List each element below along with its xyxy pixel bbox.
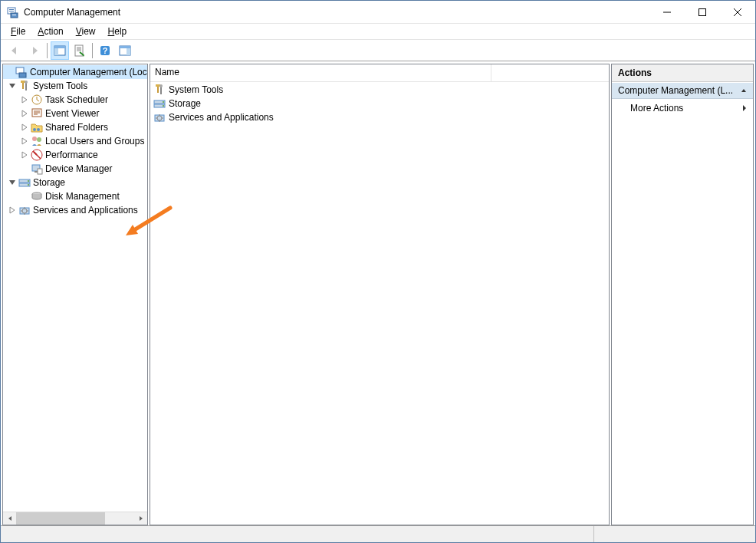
- tree-label: Storage: [33, 177, 65, 188]
- tree-label: Performance: [45, 150, 98, 160]
- forward-button[interactable]: [25, 41, 44, 60]
- window-title: Computer Management: [24, 7, 649, 18]
- expand-icon[interactable]: [18, 94, 31, 106]
- scroll-left-button[interactable]: [3, 512, 16, 525]
- expand-icon[interactable]: [6, 204, 18, 216]
- tree-event-viewer[interactable]: Event Viewer: [3, 107, 147, 120]
- svg-rect-1: [9, 9, 14, 10]
- tree-task-scheduler[interactable]: Task Scheduler: [3, 93, 147, 107]
- actions-more-actions[interactable]: More Actions: [612, 99, 753, 117]
- expand-icon[interactable]: [3, 66, 15, 78]
- svg-point-43: [163, 105, 164, 107]
- menu-action[interactable]: Action: [31, 25, 69, 38]
- submenu-icon: [742, 104, 747, 112]
- svg-point-32: [28, 180, 29, 182]
- svg-point-33: [28, 184, 29, 186]
- actions-header: Actions: [612, 64, 753, 82]
- list-item-system-tools[interactable]: System Tools: [150, 83, 609, 97]
- status-cell: [1, 526, 594, 542]
- tree-local-users[interactable]: Local Users and Groups: [3, 134, 147, 148]
- list-pane: Name System Tools Storage: [150, 64, 610, 525]
- list-header: Name: [150, 64, 609, 82]
- svg-text:?: ?: [103, 46, 108, 55]
- svg-point-22: [33, 128, 36, 131]
- svg-rect-5: [699, 9, 706, 16]
- toolbar-separator: [92, 43, 93, 58]
- column-header-blank[interactable]: [491, 64, 609, 81]
- svg-point-39: [159, 84, 163, 87]
- svg-rect-2: [9, 11, 14, 12]
- help-button[interactable]: ?: [96, 41, 114, 60]
- expand-icon[interactable]: [18, 149, 31, 161]
- tree-performance[interactable]: Performance: [3, 148, 147, 162]
- back-button[interactable]: [5, 41, 24, 60]
- tree-root[interactable]: Computer Management (Local): [3, 65, 147, 79]
- expand-icon[interactable]: [18, 107, 31, 120]
- collapse-icon[interactable]: [6, 176, 18, 189]
- tree-system-tools[interactable]: System Tools: [3, 79, 147, 93]
- menubar: File Action View Help: [1, 24, 755, 40]
- actions-section-label: Computer Management (L...: [618, 85, 733, 96]
- svg-rect-28: [35, 171, 38, 173]
- scroll-right-button[interactable]: [134, 512, 147, 525]
- collapse-icon[interactable]: [6, 80, 18, 92]
- tree-shared-folders[interactable]: Shared Folders: [3, 120, 147, 134]
- menu-help[interactable]: Help: [102, 25, 133, 38]
- actions-section[interactable]: Computer Management (L...: [612, 82, 753, 99]
- list-item-storage[interactable]: Storage: [150, 97, 609, 110]
- device-manager-icon: [31, 163, 43, 175]
- list-item-label: Services and Applications: [169, 112, 274, 123]
- tree-label: Event Viewer: [45, 108, 99, 119]
- tree-label: Device Manager: [45, 163, 112, 174]
- list-item-label: System Tools: [169, 84, 223, 95]
- show-hide-action-pane-button[interactable]: [116, 41, 134, 60]
- close-button[interactable]: [720, 1, 755, 24]
- system-tools-icon: [153, 84, 166, 96]
- shared-folders-icon: [31, 121, 43, 133]
- column-header-name[interactable]: Name: [150, 64, 491, 81]
- expand-icon[interactable]: [18, 135, 31, 147]
- menu-file[interactable]: File: [5, 25, 31, 38]
- tree-label: Shared Folders: [45, 122, 108, 133]
- app-icon: [7, 6, 19, 18]
- tree-label: Local Users and Groups: [45, 136, 144, 146]
- scrollbar-thumb[interactable]: [16, 512, 105, 525]
- expand-icon[interactable]: [18, 121, 31, 133]
- list-item-services-apps[interactable]: Services and Applications: [150, 110, 609, 124]
- tree-device-manager[interactable]: Device Manager: [3, 162, 147, 176]
- storage-icon: [18, 176, 31, 189]
- storage-icon: [153, 97, 166, 110]
- svg-point-23: [37, 128, 40, 131]
- maximize-button[interactable]: [685, 1, 720, 24]
- horizontal-scrollbar[interactable]: [3, 512, 147, 525]
- tree-label: Computer Management (Local): [30, 67, 148, 77]
- disk-icon: [31, 190, 43, 202]
- svg-point-19: [25, 81, 28, 84]
- actions-item-label: More Actions: [630, 103, 683, 114]
- scrollbar-track[interactable]: [16, 512, 134, 525]
- tree-label: Services and Applications: [33, 205, 138, 216]
- services-icon: [153, 111, 166, 123]
- toolbar: ?: [1, 40, 755, 61]
- toolbar-separator: [47, 43, 48, 58]
- tree-services-apps[interactable]: Services and Applications: [3, 203, 147, 217]
- svg-rect-14: [127, 48, 130, 55]
- expand-icon[interactable]: [18, 190, 31, 202]
- svg-rect-29: [38, 169, 42, 174]
- svg-rect-4: [12, 15, 16, 15]
- tree-storage[interactable]: Storage: [3, 176, 147, 189]
- actions-pane: Actions Computer Management (L... More A…: [611, 64, 754, 525]
- minimize-button[interactable]: [649, 1, 685, 24]
- tree-label: Disk Management: [45, 191, 120, 202]
- system-tools-icon: [18, 80, 31, 92]
- collapse-icon: [741, 87, 747, 94]
- tree-disk-management[interactable]: Disk Management: [3, 189, 147, 203]
- tree-label: System Tools: [33, 81, 87, 91]
- show-hide-tree-button[interactable]: [51, 41, 69, 60]
- titlebar: Computer Management: [1, 1, 755, 24]
- menu-view[interactable]: View: [70, 25, 102, 38]
- expand-icon[interactable]: [18, 163, 31, 175]
- clock-icon: [31, 94, 43, 106]
- properties-button[interactable]: [71, 41, 89, 60]
- list-item-label: Storage: [169, 98, 201, 109]
